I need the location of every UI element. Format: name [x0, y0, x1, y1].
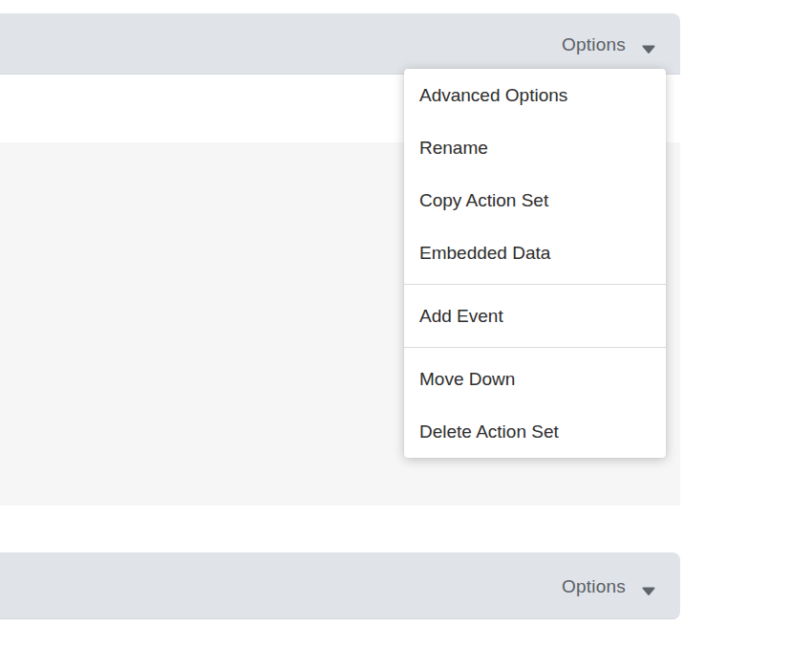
menu-item-move-down[interactable]: Move Down	[404, 353, 666, 405]
menu-item-rename[interactable]: Rename	[404, 121, 666, 174]
action-set-2-header: Options	[0, 552, 680, 619]
options-button-label: Options	[562, 33, 626, 54]
caret-down-icon	[642, 40, 655, 49]
options-dropdown-menu: Advanced Options Rename Copy Action Set …	[404, 69, 666, 458]
caret-down-icon	[642, 582, 655, 591]
menu-item-add-event[interactable]: Add Event	[404, 290, 666, 342]
action-set-1-header: Options	[0, 13, 680, 75]
menu-item-embedded-data[interactable]: Embedded Data	[404, 227, 666, 279]
options-button-bottom[interactable]: Options	[562, 575, 655, 596]
options-button-label: Options	[562, 575, 626, 596]
menu-item-copy-action-set[interactable]: Copy Action Set	[404, 174, 666, 227]
menu-item-advanced-options[interactable]: Advanced Options	[404, 69, 666, 121]
menu-divider	[404, 284, 666, 285]
options-button-top[interactable]: Options	[562, 33, 655, 54]
menu-divider	[404, 347, 666, 348]
menu-item-delete-action-set[interactable]: Delete Action Set	[404, 405, 666, 458]
action-sets-panel: Options Advanced Options Rename Copy Act…	[0, 0, 812, 669]
